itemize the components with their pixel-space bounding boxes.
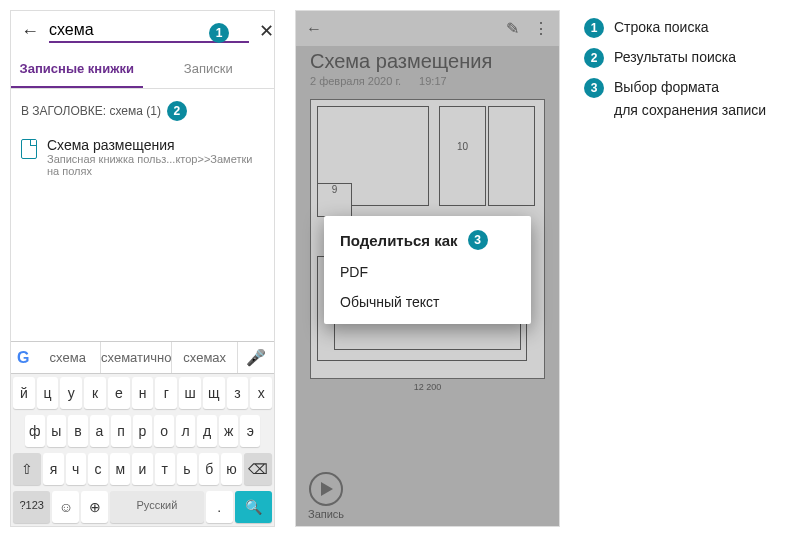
callout-badge-1: 1 [209,23,229,43]
key[interactable]: х [250,377,272,409]
key[interactable]: г [155,377,177,409]
clear-icon[interactable]: ✕ [259,20,274,42]
google-icon[interactable]: G [11,345,35,371]
keyboard: G схема схематично схемах 🎤 й ц у к е н … [11,341,274,526]
section-header-text: В ЗАГОЛОВКЕ: схема (1) [21,104,161,118]
key[interactable]: й [13,377,35,409]
key[interactable]: ф [25,415,45,447]
mic-icon[interactable]: 🎤 [238,348,274,367]
search-key[interactable]: 🔍 [235,491,272,523]
key[interactable]: р [133,415,153,447]
key[interactable]: е [108,377,130,409]
note-toolbar: ← ✎ ⋮ [296,11,559,46]
legend-item-2: 2 Результаты поиска [584,48,790,68]
tab-notes[interactable]: Записки [143,51,275,88]
legend-badge-1: 1 [584,18,604,38]
key[interactable]: с [88,453,108,485]
play-area: Запись [308,472,344,520]
key[interactable]: т [155,453,175,485]
phone-note-screen: ← ✎ ⋮ Схема размещения 2 февраля 2020 г.… [295,10,560,527]
key-row-2: ф ы в а п р о л д ж э [11,412,274,450]
key[interactable]: н [132,377,154,409]
note-meta: 2 февраля 2020 г. 19:17 [296,73,559,89]
result-title: Схема размещения [47,137,264,153]
space-key[interactable]: Русский [110,491,204,523]
edit-icon[interactable]: ✎ [506,19,519,38]
key[interactable]: ч [66,453,86,485]
symbols-key[interactable]: ?123 [13,491,50,523]
key[interactable]: у [60,377,82,409]
key[interactable]: ь [177,453,197,485]
key[interactable]: и [132,453,152,485]
suggestion[interactable]: схема [35,342,101,373]
play-label: Запись [308,508,344,520]
note-title: Схема размещения [296,46,559,73]
globe-key[interactable]: ⊕ [81,491,108,523]
key[interactable]: л [176,415,196,447]
back-icon[interactable]: ← [21,21,39,42]
tab-notebooks[interactable]: Записные книжки [11,51,143,88]
key[interactable]: я [43,453,63,485]
key[interactable]: ц [37,377,59,409]
dot-key[interactable]: . [206,491,233,523]
back-icon[interactable]: ← [306,20,322,38]
legend: 1 Строка поиска 2 Результаты поиска 3 Вы… [580,10,790,527]
key[interactable]: к [84,377,106,409]
key[interactable]: ш [179,377,201,409]
result-path: Записная книжка польз...ктор>>Заметки на… [47,153,264,177]
callout-badge-2: 2 [167,101,187,121]
results-section-header: В ЗАГОЛОВКЕ: схема (1) 2 [11,89,274,129]
share-dialog: Поделиться как 3 PDF Обычный текст [324,216,531,324]
search-result[interactable]: Схема размещения Записная книжка польз..… [11,129,274,185]
key[interactable]: з [227,377,249,409]
key[interactable]: ы [47,415,67,447]
note-date: 2 февраля 2020 г. [310,75,401,87]
more-icon[interactable]: ⋮ [533,19,549,38]
share-option-pdf[interactable]: PDF [340,250,515,280]
key[interactable]: а [90,415,110,447]
callout-badge-3: 3 [468,230,488,250]
share-option-text[interactable]: Обычный текст [340,280,515,310]
key-row-4: ?123 ☺ ⊕ Русский . 🔍 [11,488,274,526]
key[interactable]: м [110,453,130,485]
suggestion[interactable]: схемах [172,342,238,373]
plan-dimension: 12 200 [311,382,544,392]
key[interactable]: ю [221,453,241,485]
play-button[interactable] [309,472,343,506]
key-row-1: й ц у к е н г ш щ з х [11,374,274,412]
play-icon [321,482,333,496]
search-bar: ← 1 ✕ [11,11,274,51]
key[interactable]: ж [219,415,239,447]
shift-key[interactable]: ⇧ [13,453,41,485]
key[interactable]: д [197,415,217,447]
legend-item-3-line2: для сохранения записи [614,102,790,118]
tabs: Записные книжки Записки [11,51,274,89]
suggestion[interactable]: схематично [101,342,172,373]
legend-badge-3: 3 [584,78,604,98]
key[interactable]: в [68,415,88,447]
document-icon [21,139,37,159]
key[interactable]: э [240,415,260,447]
emoji-key[interactable]: ☺ [52,491,79,523]
key-row-3: ⇧ я ч с м и т ь б ю ⌫ [11,450,274,488]
legend-badge-2: 2 [584,48,604,68]
legend-item-3: 3 Выбор формата [584,78,790,98]
dialog-title: Поделиться как 3 [340,230,515,250]
key[interactable]: о [154,415,174,447]
backspace-key[interactable]: ⌫ [244,453,272,485]
suggestion-row: G схема схематично схемах 🎤 [11,341,274,374]
phone-search-screen: ← 1 ✕ Записные книжки Записки В ЗАГОЛОВК… [10,10,275,527]
note-time: 19:17 [419,75,447,87]
key[interactable]: п [111,415,131,447]
legend-item-1: 1 Строка поиска [584,18,790,38]
key[interactable]: щ [203,377,225,409]
key[interactable]: б [199,453,219,485]
